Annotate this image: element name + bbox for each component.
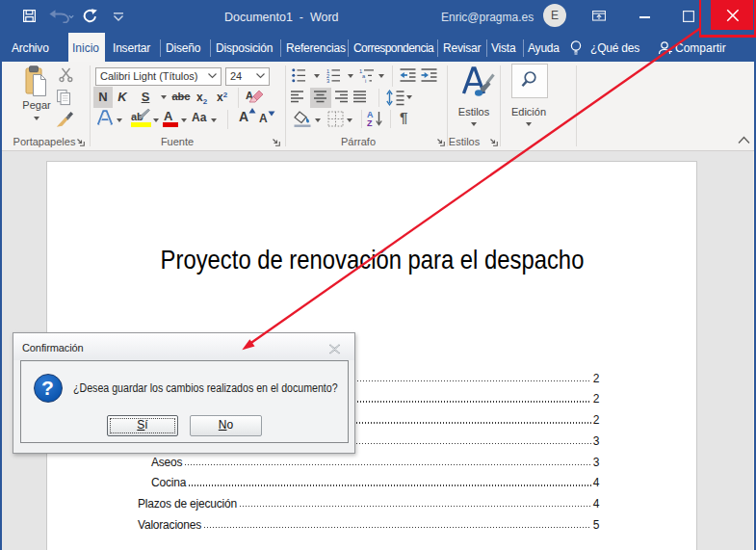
svg-text:3: 3 <box>326 78 329 84</box>
svg-text:Z: Z <box>367 118 373 127</box>
svg-text:i: i <box>365 78 366 83</box>
